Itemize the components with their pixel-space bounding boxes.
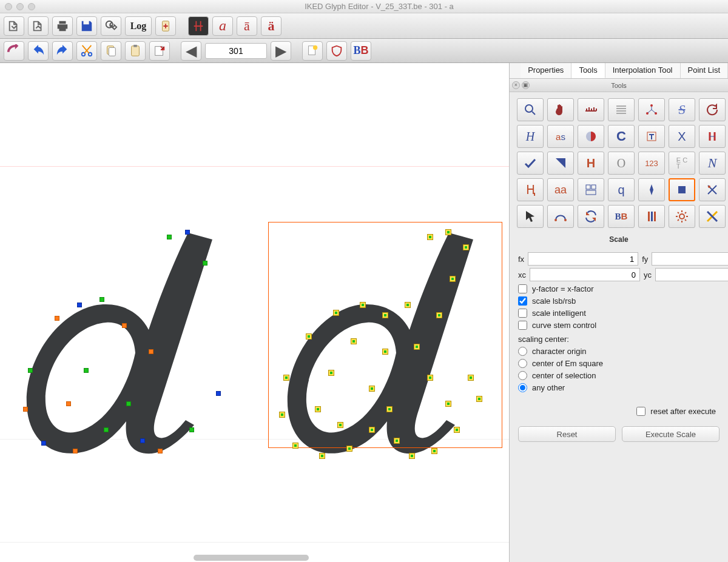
gear-icon[interactable] [669,205,695,228]
horizontal-scrollbar[interactable] [194,555,309,561]
yc-input[interactable] [655,268,728,281]
pen-icon[interactable] [638,178,665,201]
panel-title: Tools [611,82,627,89]
bb-icon[interactable]: BB [351,41,371,61]
clipboard-plus-icon[interactable] [155,16,176,36]
tools-icon[interactable] [699,178,726,201]
new-doc-icon[interactable] [302,41,323,61]
halfcircle-icon[interactable] [578,125,604,148]
tab-pointlist[interactable]: Point List [681,63,728,78]
h-lines-icon[interactable] [699,125,726,148]
tab-interpolation[interactable]: Interpolation Tool [605,63,681,78]
h-struck-icon[interactable]: Ⱨ [517,178,544,201]
arrow-icon[interactable] [517,205,544,228]
undo-icon[interactable] [28,41,49,61]
caliper-icon[interactable] [188,16,209,36]
execute-scale-button[interactable]: Execute Scale [622,426,720,442]
reset-after-label: reset after execute [650,407,716,416]
next-glyph-button[interactable]: ▶ [271,41,291,61]
paste-icon[interactable] [125,41,146,61]
bars-colored-icon[interactable] [638,205,665,228]
panel-close-icon[interactable]: × [512,81,520,89]
hand-icon[interactable] [547,98,574,121]
center-any-radio[interactable] [518,383,527,392]
save-icon[interactable] [76,16,97,36]
glyph-canvas[interactable] [0,63,510,562]
glyph-right[interactable] [273,227,497,487]
xc-input[interactable] [530,268,640,281]
svg-rect-25 [654,212,656,221]
yfactor-checkbox[interactable] [518,284,527,293]
num-123-icon[interactable]: 123 [638,152,665,175]
sync-icon[interactable] [578,205,604,228]
c-shape-icon[interactable]: C [608,125,635,148]
o-letter-icon[interactable]: O [608,152,635,175]
svg-point-11 [525,105,533,112]
as-icon[interactable]: as [547,125,574,148]
fx-input[interactable] [528,252,638,266]
undo-segment-icon[interactable] [4,41,24,61]
layout-icon[interactable] [578,178,604,201]
s-glyph-icon[interactable]: S [669,98,695,121]
t-frame-icon[interactable] [638,125,665,148]
scalelsb-checkbox[interactable] [518,296,527,306]
q-letter-icon[interactable]: q [608,178,635,201]
print-icon[interactable] [52,16,73,36]
export-icon[interactable] [4,16,24,36]
center-em-radio[interactable] [518,359,527,368]
tool-grid: S H as C X H O 123 E CT N Ⱨ aa q [510,92,728,234]
export2-icon[interactable] [28,16,49,36]
center-origin-label: character origin [532,347,587,356]
glyph-a-thin-icon[interactable]: ā [237,16,257,36]
copy-icon[interactable] [101,41,121,61]
log-button[interactable]: Log [125,16,152,36]
tab-tools[interactable]: Tools [571,63,605,78]
aa-icon[interactable]: aa [547,178,574,201]
x-shape-icon[interactable]: X [669,125,695,148]
prev-glyph-button[interactable]: ◀ [181,41,201,61]
solid-square-icon[interactable] [669,178,695,201]
reset-button[interactable]: Reset [518,426,616,442]
center-origin-radio[interactable] [518,347,527,356]
redo-icon[interactable] [52,41,73,61]
panel-tabs: Properties Tools Interpolation Tool Poin… [510,63,728,79]
ruler-icon[interactable] [578,98,604,121]
n-italic-icon[interactable]: N [699,152,726,175]
glyph-number-input[interactable] [205,43,267,59]
curvestem-label: curve stem control [532,321,596,330]
xc-label: xc [518,270,526,279]
glyph-a-icon[interactable]: a [212,16,233,36]
ect-icon[interactable]: E CT [669,152,695,175]
glyph-a-umlaut-icon[interactable]: ä [261,16,281,36]
node-tree-icon[interactable] [638,98,665,121]
bb-mark-icon[interactable]: BB [608,205,635,228]
fy-input[interactable] [652,252,728,266]
curvestem-checkbox[interactable] [518,321,527,330]
scale-form: fx fy xc yc y-factor = x-factor scale ls… [510,247,728,421]
center-any-label: any other [532,383,565,392]
h-bold-icon[interactable]: H [578,152,604,175]
center-selection-radio[interactable] [518,371,527,380]
window-controls[interactable] [5,3,35,10]
paste-expand-icon[interactable] [149,41,170,61]
refresh-circle-icon[interactable] [699,98,726,121]
toolbar-second: ◀ ▶ BB [0,39,728,63]
cut-icon[interactable] [76,41,97,61]
curve-icon[interactable] [547,205,574,228]
quarter-icon[interactable] [547,152,574,175]
svg-point-12 [650,104,653,107]
panel-dock-icon[interactable]: ▣ [522,81,530,89]
pencil-cross-icon[interactable] [699,205,726,228]
check-icon[interactable] [517,152,544,175]
lines-icon[interactable] [608,98,635,121]
reset-after-checkbox[interactable] [636,407,645,416]
glyph-left[interactable] [12,227,237,487]
shield-icon[interactable] [326,41,347,61]
wrench-icon[interactable] [101,16,121,36]
scaleintel-checkbox[interactable] [518,309,527,318]
magnify-icon[interactable] [517,98,544,121]
tab-properties[interactable]: Properties [521,63,571,78]
svg-rect-7 [133,44,137,47]
h-italic-icon[interactable]: H [517,125,544,148]
window-title: IKED Glyph Editor - V_25_33T.be - 301 - … [35,2,723,11]
